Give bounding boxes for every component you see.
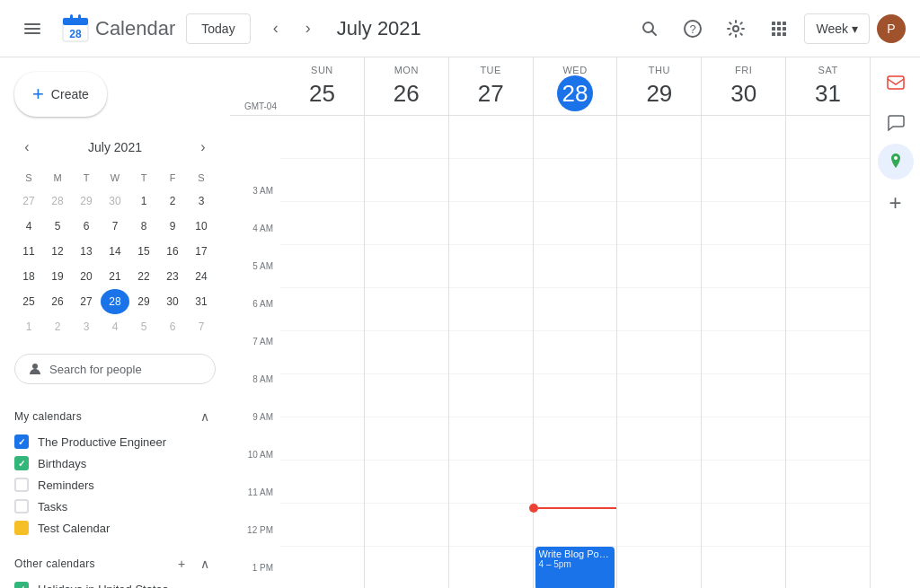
mini-cal-day[interactable]: 15 [129, 239, 158, 264]
hour-cell[interactable] [617, 504, 701, 547]
mini-cal-day[interactable]: 27 [14, 189, 43, 214]
mini-cal-day[interactable]: 12 [43, 239, 72, 264]
hour-cell[interactable] [365, 288, 448, 331]
hour-cell[interactable] [280, 417, 364, 461]
my-calendars-header[interactable]: My calendars ∧ [14, 399, 216, 431]
hour-cell[interactable] [449, 202, 533, 245]
mini-cal-prev[interactable]: ‹ [14, 135, 40, 160]
mini-cal-day[interactable]: 9 [158, 214, 187, 239]
mini-cal-day[interactable]: 29 [72, 189, 101, 214]
day-column[interactable] [364, 116, 448, 588]
hour-cell[interactable] [280, 245, 364, 288]
create-button[interactable]: + Create [14, 72, 107, 117]
hour-cell[interactable] [280, 374, 364, 417]
hour-cell[interactable] [534, 331, 617, 374]
hour-cell[interactable] [449, 547, 533, 588]
hour-cell[interactable] [617, 461, 701, 504]
next-arrow[interactable]: › [294, 14, 323, 43]
day-column[interactable] [280, 116, 364, 588]
my-calendar-item[interactable]: Test Calendar [14, 517, 216, 539]
avatar[interactable]: P [877, 14, 906, 43]
hour-cell[interactable] [449, 288, 533, 331]
hour-cell[interactable] [702, 417, 785, 461]
hour-cell[interactable] [449, 331, 533, 374]
apps-button[interactable] [761, 11, 797, 47]
day-number[interactable]: 29 [641, 75, 677, 111]
mini-cal-day[interactable]: 17 [187, 239, 216, 264]
hour-cell[interactable] [449, 374, 533, 417]
hour-cell[interactable] [786, 504, 870, 547]
my-calendar-item[interactable]: ✓ The Productive Engineer [14, 431, 216, 452]
hour-cell[interactable] [702, 374, 785, 417]
mini-cal-day[interactable]: 14 [101, 239, 129, 264]
hour-cell[interactable] [534, 245, 617, 288]
hour-cell[interactable] [702, 116, 785, 159]
mini-cal-day[interactable]: 16 [158, 239, 187, 264]
mini-cal-day[interactable]: 2 [158, 189, 187, 214]
mini-cal-day[interactable]: 6 [72, 214, 101, 239]
hour-cell[interactable] [617, 116, 701, 159]
hour-cell[interactable] [365, 245, 448, 288]
mini-cal-day[interactable]: 21 [101, 264, 129, 289]
mini-cal-day[interactable]: 8 [129, 214, 158, 239]
search-button[interactable] [632, 11, 668, 47]
day-column[interactable] [616, 116, 701, 588]
day-column[interactable] [701, 116, 785, 588]
mini-cal-day[interactable]: 28 [43, 189, 72, 214]
mini-cal-day[interactable]: 6 [158, 314, 187, 339]
mini-cal-day[interactable]: 28 [101, 289, 129, 314]
hour-cell[interactable] [786, 547, 870, 588]
help-button[interactable]: ? [675, 11, 711, 47]
calendar-checkbox[interactable]: ✓ [14, 434, 29, 449]
mini-cal-day[interactable]: 5 [43, 214, 72, 239]
hour-cell[interactable] [365, 116, 448, 159]
mini-cal-day[interactable]: 31 [187, 289, 216, 314]
hour-cell[interactable] [702, 288, 785, 331]
my-calendar-item[interactable]: ✓ Birthdays [14, 452, 216, 474]
hour-cell[interactable] [365, 331, 448, 374]
day-column[interactable] [448, 116, 533, 588]
other-calendars-header[interactable]: Other calendars + ∧ [14, 546, 216, 578]
hour-cell[interactable] [534, 461, 617, 504]
mini-cal-day[interactable]: 11 [14, 239, 43, 264]
hour-cell[interactable] [702, 547, 785, 588]
hour-cell[interactable] [534, 374, 617, 417]
prev-arrow[interactable]: ‹ [261, 14, 290, 43]
calendar-checkbox[interactable] [14, 478, 29, 492]
hour-cell[interactable] [365, 547, 448, 588]
calendar-checkbox[interactable] [14, 521, 29, 535]
mini-cal-day[interactable]: 4 [14, 214, 43, 239]
hour-cell[interactable] [617, 331, 701, 374]
day-column[interactable]: Write Blog Post on Me... 4 – 5pm [533, 116, 617, 588]
other-calendars-add[interactable]: + [171, 553, 192, 575]
hour-cell[interactable] [365, 417, 448, 461]
hour-cell[interactable] [786, 116, 870, 159]
hour-cell[interactable] [449, 504, 533, 547]
my-calendars-collapse[interactable]: ∧ [194, 406, 216, 427]
day-number[interactable]: 28 [557, 75, 593, 111]
mini-cal-day[interactable]: 7 [187, 314, 216, 339]
mini-cal-day[interactable]: 27 [72, 289, 101, 314]
mini-cal-day[interactable]: 5 [129, 314, 158, 339]
hour-cell[interactable] [280, 202, 364, 245]
mini-cal-day[interactable]: 20 [72, 264, 101, 289]
mini-cal-day[interactable]: 24 [187, 264, 216, 289]
day-number[interactable]: 31 [810, 75, 846, 111]
mini-cal-day[interactable]: 1 [14, 314, 43, 339]
logo[interactable]: 28 Calendar [61, 14, 175, 43]
hour-cell[interactable] [702, 504, 785, 547]
mini-cal-day[interactable]: 18 [14, 264, 43, 289]
mini-cal-day[interactable]: 26 [43, 289, 72, 314]
calendar-checkbox[interactable]: ✓ [14, 582, 29, 588]
hour-cell[interactable] [449, 417, 533, 461]
hour-cell[interactable] [786, 159, 870, 202]
mini-cal-day[interactable]: 22 [129, 264, 158, 289]
mini-cal-day[interactable]: 30 [158, 289, 187, 314]
mini-cal-title[interactable]: July 2021 [88, 140, 142, 154]
day-number[interactable]: 26 [388, 75, 424, 111]
hour-cell[interactable] [365, 504, 448, 547]
right-panel-mail[interactable] [878, 65, 914, 101]
hour-cell[interactable] [617, 245, 701, 288]
hour-cell[interactable] [280, 288, 364, 331]
hour-cell[interactable] [617, 374, 701, 417]
